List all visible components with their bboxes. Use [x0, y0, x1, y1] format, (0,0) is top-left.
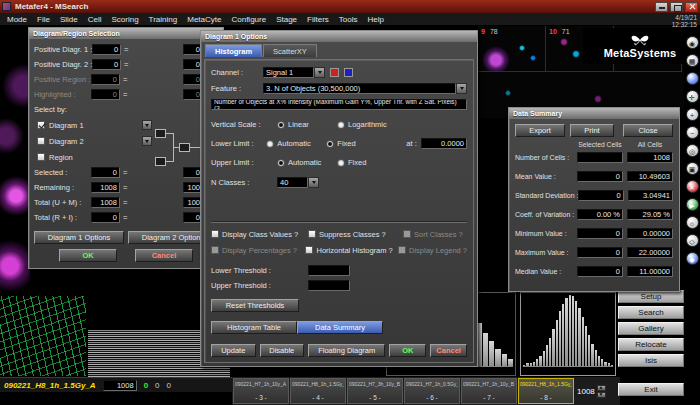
options-cancel-button[interactable]: Cancel: [430, 344, 467, 357]
radio-option-automatic[interactable]: Automatic: [266, 139, 326, 148]
radio-label: Linear: [288, 120, 309, 129]
stop-icon[interactable]: ✕: [686, 180, 699, 193]
feature-label: Feature :: [211, 84, 263, 93]
zoom-out-icon[interactable]: −: [686, 126, 699, 139]
menu-item-stage[interactable]: Stage: [271, 15, 302, 24]
menu-item-filters[interactable]: Filters: [302, 15, 334, 24]
n-classes-value[interactable]: 40: [277, 177, 308, 188]
spinner-down-icon[interactable]: [597, 392, 606, 398]
slide-tab-090221-h7-1h-0-5gy-a[interactable]: 090221_H7_1h_0.5Gy_A- 6 -: [404, 378, 460, 404]
datetime-display: 4/19/21 12:32:15: [672, 14, 697, 28]
menu-item-configure[interactable]: Configure: [226, 15, 271, 24]
camera-icon[interactable]: ◉: [686, 36, 699, 49]
dialog-title-bar[interactable]: Diagram/Region Selection: [29, 28, 223, 39]
histogram-table-button[interactable]: Histogram Table: [211, 321, 297, 334]
checkbox-display-class-values[interactable]: [211, 230, 219, 238]
data-summary-button[interactable]: Data Summary: [297, 321, 383, 334]
spinner-value[interactable]: 1008: [577, 387, 595, 396]
side-button-gallery[interactable]: Gallery: [618, 322, 684, 335]
radio-option-fixed[interactable]: Fixed: [326, 139, 398, 148]
radio-option-fixed[interactable]: Fixed: [337, 158, 409, 167]
image-icon[interactable]: ▦: [686, 54, 699, 67]
option-display-class-values: Display Class Values ?: [211, 227, 308, 241]
objective-icon[interactable]: ◇: [686, 234, 699, 247]
navigator-icon[interactable]: ◆: [686, 252, 699, 265]
zoom-in-icon[interactable]: +: [686, 108, 699, 121]
checkbox-diagram-2[interactable]: [37, 137, 45, 145]
slide-tab-090221-h8-1h-1-5gy-a[interactable]: 090221_H8_1h_1.5Gy_A- 8 -: [518, 378, 574, 404]
dialog-title-bar[interactable]: Diagram 1 Options: [201, 31, 477, 42]
dialog-title-bar[interactable]: Data Summary: [509, 108, 679, 119]
autofocus-icon[interactable]: ◎: [686, 144, 699, 157]
checkbox-diagram-1[interactable]: [37, 121, 45, 129]
menu-item-metacyte[interactable]: MetaCyte: [182, 15, 226, 24]
chevron-down-icon[interactable]: [142, 120, 152, 130]
side-button-isis[interactable]: Isis: [618, 354, 684, 367]
update-button[interactable]: Update: [211, 344, 256, 357]
print-button[interactable]: Print: [570, 124, 614, 137]
selection-ok-button[interactable]: OK: [59, 249, 117, 262]
summary-close-button[interactable]: Close: [623, 124, 673, 137]
spinner-up-icon[interactable]: [597, 385, 606, 391]
menu-item-cell[interactable]: Cell: [83, 15, 107, 24]
slide-tab-090221-h8-1h-1-5gy-b[interactable]: 090221_H8_1h_1.5Gy_B- 4 -: [290, 378, 346, 404]
title-bar[interactable]: Metafer4 - MSearch: [0, 0, 700, 13]
n-classes-dropdown[interactable]: 40: [277, 177, 319, 188]
minimize-button[interactable]: [655, 2, 668, 12]
menu-item-tools[interactable]: Tools: [334, 15, 363, 24]
lamp-icon[interactable]: ☼: [686, 216, 699, 229]
selection-count-row: Remaining :1008=100.0 %: [34, 180, 218, 195]
upper-threshold-field[interactable]: [308, 280, 350, 291]
menu-item-scoring[interactable]: Scoring: [106, 15, 143, 24]
lower-limit-value-field[interactable]: 0.0000: [421, 138, 467, 149]
exit-button[interactable]: Exit: [618, 383, 684, 396]
radio-option-logarithmic[interactable]: Logarithmic: [337, 120, 409, 129]
slide-tab-position: - 7 -: [463, 394, 515, 401]
start-icon[interactable]: ▶: [686, 198, 699, 211]
menu-item-training[interactable]: Training: [144, 15, 183, 24]
floating-diagram-button[interactable]: Floating Diagram: [308, 344, 385, 357]
chevron-down-icon[interactable]: [308, 177, 319, 188]
options-ok-button[interactable]: OK: [389, 344, 426, 357]
menu-item-file[interactable]: File: [32, 15, 55, 24]
all-cells-field: 11.00000: [627, 266, 673, 277]
maximize-button[interactable]: [670, 2, 683, 12]
radio-option-linear[interactable]: Linear: [277, 120, 337, 129]
chevron-down-icon[interactable]: [314, 67, 325, 78]
channel-value[interactable]: Signal 1: [263, 67, 314, 78]
gallery-cell[interactable]: 978: [478, 26, 546, 72]
diagram1-options-button[interactable]: Diagram 1 Options: [34, 231, 124, 244]
tab-scatterxy[interactable]: ScatterXY: [263, 44, 317, 57]
menu-item-help[interactable]: Help: [363, 15, 389, 24]
reset-thresholds-button[interactable]: Reset Thresholds: [211, 299, 299, 312]
lower-threshold-field[interactable]: [308, 265, 350, 276]
trackball-icon[interactable]: [686, 72, 699, 85]
menu-item-slide[interactable]: Slide: [55, 15, 83, 24]
radio-option-automatic[interactable]: Automatic: [277, 158, 337, 167]
side-button-relocate[interactable]: Relocate: [618, 338, 684, 351]
slide-tab-090221-h7-3h-10y-b[interactable]: 090221_H7_3h_10y_B- 5 -: [347, 378, 403, 404]
close-button[interactable]: [685, 2, 698, 12]
feature-dropdown[interactable]: 3. N of Objects (30,500,000): [263, 83, 467, 94]
checkbox-suppress-classes[interactable]: [308, 230, 316, 238]
snapshot-icon[interactable]: ▣: [686, 162, 699, 175]
slide-tab-090221-h7-1h-10y-a[interactable]: 090221_H7_1h_10y_A- 3 -: [233, 378, 289, 404]
row-label: Positive Region :: [34, 75, 91, 84]
export-button[interactable]: Export: [515, 124, 565, 137]
chevron-down-icon[interactable]: [142, 136, 152, 146]
count-field: 0: [92, 44, 121, 55]
checkbox-horizontal-histogram[interactable]: [305, 246, 313, 254]
side-button-search[interactable]: Search: [618, 306, 684, 319]
tab-histogram[interactable]: Histogram: [205, 44, 262, 57]
checkbox-region[interactable]: [37, 153, 45, 161]
slide-tab-090221-h7-1h-10y-b[interactable]: 090221_H7_1h_10y_B- 7 -: [461, 378, 517, 404]
selection-cancel-button[interactable]: Cancel: [135, 249, 193, 262]
feature-value[interactable]: 3. N of Objects (30,500,000): [263, 83, 456, 94]
disable-button[interactable]: Disable: [260, 344, 305, 357]
menu-item-mode[interactable]: Mode: [2, 15, 32, 24]
channel-color-blue-swatch[interactable]: [344, 68, 353, 77]
channel-color-red-swatch[interactable]: [330, 68, 339, 77]
stage-move-icon[interactable]: ✛: [686, 90, 699, 103]
chevron-down-icon[interactable]: [456, 83, 467, 94]
channel-dropdown[interactable]: Signal 1: [263, 67, 325, 78]
